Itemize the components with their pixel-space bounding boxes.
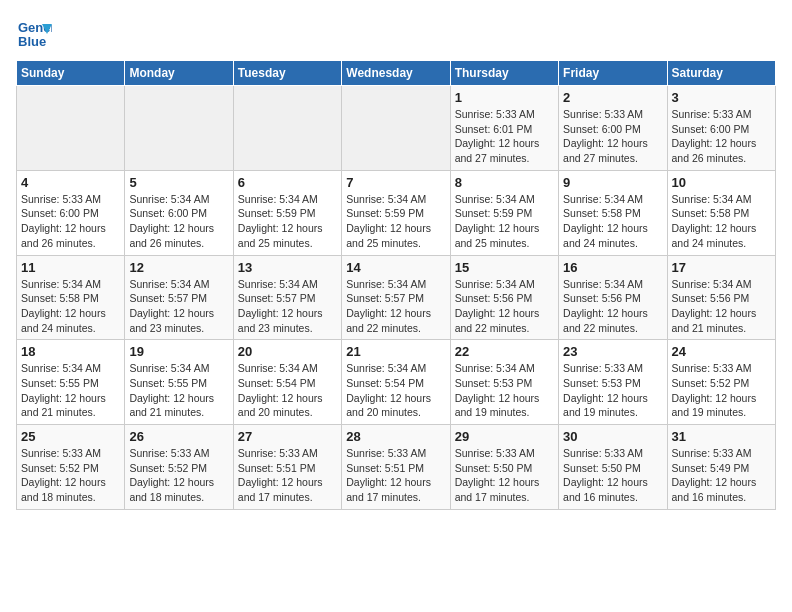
sunrise-text: Sunrise: 5:34 AM (129, 277, 228, 292)
sunset-text: Sunset: 5:58 PM (672, 206, 771, 221)
calendar-week-1: 1Sunrise: 5:33 AMSunset: 6:01 PMDaylight… (17, 86, 776, 171)
cell-info: Sunrise: 5:33 AMSunset: 5:50 PMDaylight:… (563, 446, 662, 505)
daylight-text: Daylight: 12 hours and 21 minutes. (21, 391, 120, 420)
daylight-text: Daylight: 12 hours and 24 minutes. (563, 221, 662, 250)
day-header-wednesday: Wednesday (342, 61, 450, 86)
cell-info: Sunrise: 5:34 AMSunset: 5:53 PMDaylight:… (455, 361, 554, 420)
day-number: 26 (129, 429, 228, 444)
daylight-text: Daylight: 12 hours and 22 minutes. (563, 306, 662, 335)
daylight-text: Daylight: 12 hours and 23 minutes. (129, 306, 228, 335)
sunrise-text: Sunrise: 5:34 AM (129, 192, 228, 207)
cell-info: Sunrise: 5:34 AMSunset: 5:58 PMDaylight:… (672, 192, 771, 251)
daylight-text: Daylight: 12 hours and 18 minutes. (21, 475, 120, 504)
cell-info: Sunrise: 5:34 AMSunset: 5:55 PMDaylight:… (129, 361, 228, 420)
sunrise-text: Sunrise: 5:34 AM (346, 361, 445, 376)
daylight-text: Daylight: 12 hours and 26 minutes. (129, 221, 228, 250)
sunset-text: Sunset: 5:58 PM (563, 206, 662, 221)
sunset-text: Sunset: 5:54 PM (238, 376, 337, 391)
sunrise-text: Sunrise: 5:34 AM (455, 277, 554, 292)
day-header-tuesday: Tuesday (233, 61, 341, 86)
calendar-week-4: 18Sunrise: 5:34 AMSunset: 5:55 PMDayligh… (17, 340, 776, 425)
sunset-text: Sunset: 5:57 PM (238, 291, 337, 306)
cell-info: Sunrise: 5:34 AMSunset: 5:59 PMDaylight:… (238, 192, 337, 251)
cell-info: Sunrise: 5:34 AMSunset: 5:56 PMDaylight:… (455, 277, 554, 336)
calendar-cell: 13Sunrise: 5:34 AMSunset: 5:57 PMDayligh… (233, 255, 341, 340)
calendar-cell: 22Sunrise: 5:34 AMSunset: 5:53 PMDayligh… (450, 340, 558, 425)
calendar-cell: 20Sunrise: 5:34 AMSunset: 5:54 PMDayligh… (233, 340, 341, 425)
sunrise-text: Sunrise: 5:33 AM (21, 192, 120, 207)
daylight-text: Daylight: 12 hours and 27 minutes. (455, 136, 554, 165)
sunset-text: Sunset: 5:56 PM (455, 291, 554, 306)
cell-info: Sunrise: 5:34 AMSunset: 5:55 PMDaylight:… (21, 361, 120, 420)
sunrise-text: Sunrise: 5:33 AM (129, 446, 228, 461)
cell-info: Sunrise: 5:34 AMSunset: 5:57 PMDaylight:… (346, 277, 445, 336)
sunset-text: Sunset: 5:57 PM (346, 291, 445, 306)
daylight-text: Daylight: 12 hours and 24 minutes. (672, 221, 771, 250)
daylight-text: Daylight: 12 hours and 17 minutes. (238, 475, 337, 504)
sunset-text: Sunset: 5:55 PM (21, 376, 120, 391)
sunrise-text: Sunrise: 5:33 AM (672, 107, 771, 122)
cell-info: Sunrise: 5:33 AMSunset: 5:51 PMDaylight:… (238, 446, 337, 505)
sunset-text: Sunset: 6:00 PM (21, 206, 120, 221)
cell-info: Sunrise: 5:34 AMSunset: 5:58 PMDaylight:… (21, 277, 120, 336)
sunrise-text: Sunrise: 5:34 AM (21, 361, 120, 376)
calendar-cell: 17Sunrise: 5:34 AMSunset: 5:56 PMDayligh… (667, 255, 775, 340)
sunset-text: Sunset: 5:49 PM (672, 461, 771, 476)
daylight-text: Daylight: 12 hours and 25 minutes. (346, 221, 445, 250)
cell-info: Sunrise: 5:34 AMSunset: 5:58 PMDaylight:… (563, 192, 662, 251)
sunrise-text: Sunrise: 5:33 AM (346, 446, 445, 461)
calendar-cell (125, 86, 233, 171)
day-number: 5 (129, 175, 228, 190)
sunset-text: Sunset: 6:00 PM (129, 206, 228, 221)
sunset-text: Sunset: 5:54 PM (346, 376, 445, 391)
day-number: 27 (238, 429, 337, 444)
calendar-cell: 15Sunrise: 5:34 AMSunset: 5:56 PMDayligh… (450, 255, 558, 340)
daylight-text: Daylight: 12 hours and 19 minutes. (672, 391, 771, 420)
sunset-text: Sunset: 5:56 PM (563, 291, 662, 306)
calendar-cell: 3Sunrise: 5:33 AMSunset: 6:00 PMDaylight… (667, 86, 775, 171)
sunset-text: Sunset: 6:01 PM (455, 122, 554, 137)
sunset-text: Sunset: 6:00 PM (672, 122, 771, 137)
cell-info: Sunrise: 5:33 AMSunset: 6:00 PMDaylight:… (563, 107, 662, 166)
day-number: 10 (672, 175, 771, 190)
day-number: 31 (672, 429, 771, 444)
daylight-text: Daylight: 12 hours and 17 minutes. (346, 475, 445, 504)
day-number: 28 (346, 429, 445, 444)
sunset-text: Sunset: 5:57 PM (129, 291, 228, 306)
calendar-cell: 29Sunrise: 5:33 AMSunset: 5:50 PMDayligh… (450, 425, 558, 510)
calendar-cell (233, 86, 341, 171)
sunset-text: Sunset: 5:51 PM (238, 461, 337, 476)
calendar-cell: 18Sunrise: 5:34 AMSunset: 5:55 PMDayligh… (17, 340, 125, 425)
cell-info: Sunrise: 5:33 AMSunset: 6:01 PMDaylight:… (455, 107, 554, 166)
calendar-cell: 14Sunrise: 5:34 AMSunset: 5:57 PMDayligh… (342, 255, 450, 340)
sunrise-text: Sunrise: 5:33 AM (672, 361, 771, 376)
sunrise-text: Sunrise: 5:34 AM (346, 277, 445, 292)
sunrise-text: Sunrise: 5:33 AM (672, 446, 771, 461)
day-number: 21 (346, 344, 445, 359)
day-number: 29 (455, 429, 554, 444)
sunrise-text: Sunrise: 5:33 AM (563, 446, 662, 461)
daylight-text: Daylight: 12 hours and 26 minutes. (672, 136, 771, 165)
calendar-cell: 7Sunrise: 5:34 AMSunset: 5:59 PMDaylight… (342, 170, 450, 255)
daylight-text: Daylight: 12 hours and 27 minutes. (563, 136, 662, 165)
cell-info: Sunrise: 5:33 AMSunset: 6:00 PMDaylight:… (672, 107, 771, 166)
sunset-text: Sunset: 5:51 PM (346, 461, 445, 476)
svg-text:Blue: Blue (18, 34, 46, 49)
calendar-week-2: 4Sunrise: 5:33 AMSunset: 6:00 PMDaylight… (17, 170, 776, 255)
sunset-text: Sunset: 5:59 PM (455, 206, 554, 221)
day-number: 6 (238, 175, 337, 190)
calendar-header-row: SundayMondayTuesdayWednesdayThursdayFrid… (17, 61, 776, 86)
day-number: 23 (563, 344, 662, 359)
day-number: 8 (455, 175, 554, 190)
daylight-text: Daylight: 12 hours and 25 minutes. (238, 221, 337, 250)
day-number: 22 (455, 344, 554, 359)
cell-info: Sunrise: 5:34 AMSunset: 5:57 PMDaylight:… (129, 277, 228, 336)
sunrise-text: Sunrise: 5:33 AM (455, 446, 554, 461)
sunrise-text: Sunrise: 5:33 AM (563, 107, 662, 122)
day-header-thursday: Thursday (450, 61, 558, 86)
sunrise-text: Sunrise: 5:33 AM (455, 107, 554, 122)
calendar-cell: 6Sunrise: 5:34 AMSunset: 5:59 PMDaylight… (233, 170, 341, 255)
day-number: 18 (21, 344, 120, 359)
day-number: 16 (563, 260, 662, 275)
sunrise-text: Sunrise: 5:34 AM (455, 192, 554, 207)
